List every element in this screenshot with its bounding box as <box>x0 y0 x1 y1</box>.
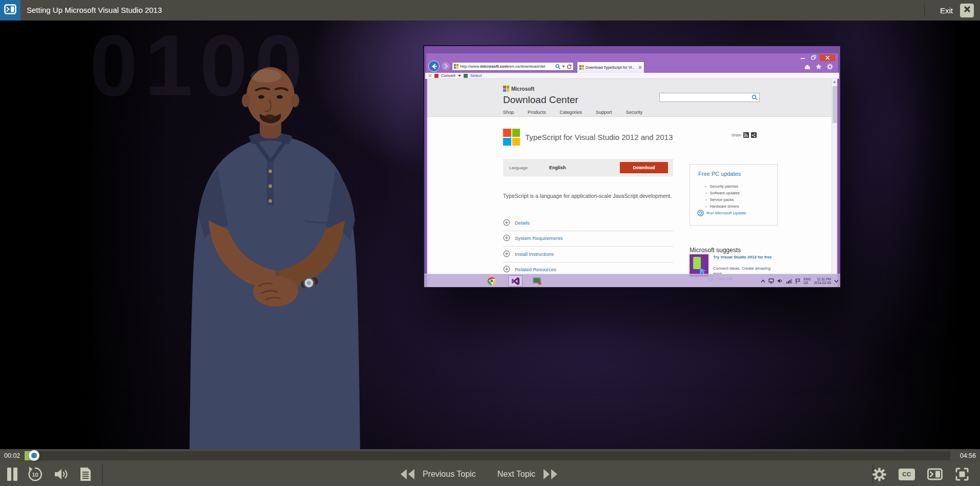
progress-row: 00:02 04:56 <box>0 449 980 462</box>
language-bar: Language: English Download <box>503 159 673 176</box>
playhead[interactable] <box>29 450 39 461</box>
search-input[interactable] <box>660 93 752 102</box>
list-item: Hardware drivers <box>705 203 740 210</box>
page-scrollbar[interactable] <box>831 79 837 287</box>
close-icon <box>964 6 971 15</box>
list-item: Service packs <box>705 196 740 203</box>
minimize-icon <box>800 55 805 59</box>
minimize-button[interactable] <box>798 54 807 60</box>
fullscreen-icon <box>955 467 969 481</box>
nav-security[interactable]: Security <box>626 110 643 115</box>
section-system-requirements[interactable]: System Requirements <box>503 233 673 243</box>
address-bar[interactable]: http://www.microsoft.com/en-us/download/… <box>452 62 574 71</box>
favorites-star-icon[interactable] <box>816 64 822 70</box>
control-divider <box>102 464 103 484</box>
site-search-icon[interactable] <box>752 94 758 100</box>
nav-categories[interactable]: Categories <box>560 110 582 115</box>
exit-label: Exit <box>940 6 953 15</box>
tab-title: Download TypeScript for Vi... <box>586 65 637 70</box>
home-icon[interactable] <box>804 64 810 70</box>
pc-status-icon[interactable] <box>768 278 774 284</box>
share-icon[interactable] <box>751 132 757 138</box>
expand-plus-icon <box>503 219 510 226</box>
url-text: http://www.microsoft.com/en-us/download/… <box>460 64 554 69</box>
panel-open-icon <box>927 468 943 480</box>
update-refresh-icon <box>697 210 704 216</box>
browser-tab[interactable]: Download TypeScript for Vi... <box>577 62 644 73</box>
panel-open-icon <box>4 3 16 17</box>
restore-icon <box>811 55 817 60</box>
convert-icon <box>434 74 439 78</box>
back-button[interactable] <box>428 60 440 72</box>
side-panel-button[interactable] <box>927 468 943 480</box>
action-center-flag-icon[interactable] <box>795 278 801 284</box>
product-heading: TypeScript for Visual Studio 2012 and 20… <box>525 133 673 141</box>
volume-tray-icon[interactable] <box>777 278 783 284</box>
windows-taskbar: ENG US 11:31 PM 2014-02-06 <box>424 274 840 287</box>
clock[interactable]: 11:31 PM 2014-02-06 <box>814 277 831 285</box>
section-install-instructions[interactable]: Install Instructions <box>503 249 673 259</box>
taskbar-chrome-button[interactable] <box>485 275 499 287</box>
screen-recorder-icon <box>532 277 541 285</box>
brand-name: Microsoft <box>511 86 534 92</box>
previous-arrows-icon <box>400 468 416 480</box>
scrollbar-thumb[interactable] <box>832 86 837 123</box>
rewind-10-button[interactable]: 10 <box>27 462 43 486</box>
closed-captions-button[interactable]: CC <box>899 469 915 480</box>
convert-dropdown-icon[interactable] <box>458 75 461 77</box>
nav-products[interactable]: Products <box>528 110 546 115</box>
section-related-resources[interactable]: Related Resources <box>503 264 673 274</box>
panel-toggle-button[interactable] <box>0 0 20 21</box>
presenter-person <box>151 51 402 449</box>
taskbar-recorder-button[interactable] <box>530 275 544 287</box>
fullscreen-button[interactable] <box>955 467 969 481</box>
window-controls <box>798 54 835 60</box>
restore-button[interactable] <box>809 54 818 60</box>
browser-action-icons <box>804 64 833 70</box>
settings-gear-icon[interactable] <box>827 64 833 70</box>
transcript-icon <box>79 467 92 481</box>
pause-button[interactable] <box>7 462 18 486</box>
nav-shop[interactable]: Shop <box>503 110 514 115</box>
video-frame[interactable]: 0100 <box>0 21 980 449</box>
language-select[interactable]: English <box>549 165 566 170</box>
section-details[interactable]: Details <box>503 217 673 228</box>
convert-label[interactable]: Convert <box>441 73 455 78</box>
addon-close-icon[interactable] <box>428 74 432 77</box>
search-icon[interactable] <box>555 64 560 69</box>
show-hidden-icons[interactable] <box>761 279 765 283</box>
visual-studio-icon <box>511 277 520 286</box>
taskbar-visual-studio-button[interactable] <box>508 275 523 287</box>
select-label[interactable]: Select <box>470 73 482 78</box>
address-dropdown-icon[interactable] <box>562 66 565 68</box>
topic-navigation: Previous Topic Next Topic <box>400 462 558 486</box>
free-pc-updates-box: Free PC updates Security patches Softwar… <box>690 164 778 226</box>
seek-bar[interactable] <box>25 451 950 460</box>
previous-topic-button[interactable]: Previous Topic <box>400 468 476 480</box>
embedded-desktop-screenshot: http://www.microsoft.com/en-us/download/… <box>423 45 841 288</box>
scroll-up-icon[interactable] <box>833 80 836 83</box>
desktop-peek-chevron[interactable] <box>834 279 839 283</box>
list-item: Software updates <box>705 190 740 196</box>
section-label: Details <box>515 220 530 226</box>
rss-icon[interactable] <box>743 132 749 138</box>
window-close-button[interactable] <box>820 54 835 61</box>
language-indicator[interactable]: ENG US <box>804 277 811 285</box>
next-arrows-icon <box>542 468 558 480</box>
forward-button[interactable] <box>442 62 450 70</box>
network-signal-icon[interactable] <box>786 278 792 284</box>
next-topic-button[interactable]: Next Topic <box>497 468 558 480</box>
settings-button[interactable] <box>872 468 886 481</box>
page-nav: Shop Products Categories Support Securit… <box>503 110 642 115</box>
try-visual-studio-link[interactable]: Try Visual Studio 2013 for free <box>713 255 778 260</box>
tab-favicon <box>579 65 584 70</box>
run-microsoft-update-link[interactable]: Run Microsoft Update <box>697 210 746 216</box>
transcript-button[interactable] <box>79 462 92 486</box>
download-button[interactable]: Download <box>620 162 668 173</box>
exit-close-button[interactable] <box>960 4 974 17</box>
tab-close-icon[interactable] <box>638 66 642 69</box>
chrome-icon <box>487 276 496 286</box>
nav-support[interactable]: Support <box>596 110 612 115</box>
refresh-icon[interactable] <box>567 64 572 69</box>
volume-button[interactable] <box>54 462 69 486</box>
